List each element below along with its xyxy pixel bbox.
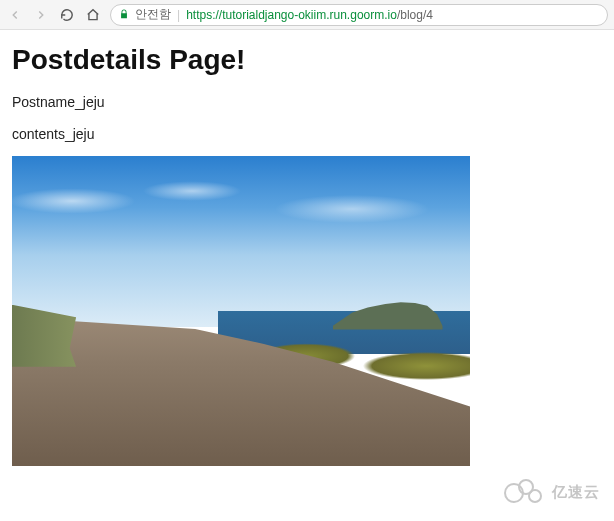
post-image xyxy=(12,156,470,466)
forward-button[interactable] xyxy=(32,6,50,24)
url-path: /blog/4 xyxy=(397,8,433,22)
home-button[interactable] xyxy=(84,6,102,24)
separator: | xyxy=(177,8,180,22)
clouds xyxy=(12,181,470,274)
watermark-text: 亿速云 xyxy=(552,483,600,502)
page-body: Postdetails Page! Postname_jeju contents… xyxy=(0,30,614,480)
reload-button[interactable] xyxy=(58,6,76,24)
contents-text: contents_jeju xyxy=(12,126,602,142)
browser-toolbar: 안전함 | https://tutorialdjango-okiim.run.g… xyxy=(0,0,614,30)
lock-icon xyxy=(119,9,129,21)
page-title: Postdetails Page! xyxy=(12,44,602,76)
url-host: https://tutorialdjango-okiim.run.goorm.i… xyxy=(186,8,397,22)
postname-text: Postname_jeju xyxy=(12,94,602,110)
watermark-logo-icon xyxy=(504,479,548,505)
url-text: https://tutorialdjango-okiim.run.goorm.i… xyxy=(186,8,433,22)
watermark: 亿速云 xyxy=(504,479,600,505)
address-bar[interactable]: 안전함 | https://tutorialdjango-okiim.run.g… xyxy=(110,4,608,26)
security-label: 안전함 xyxy=(135,6,171,23)
back-button[interactable] xyxy=(6,6,24,24)
